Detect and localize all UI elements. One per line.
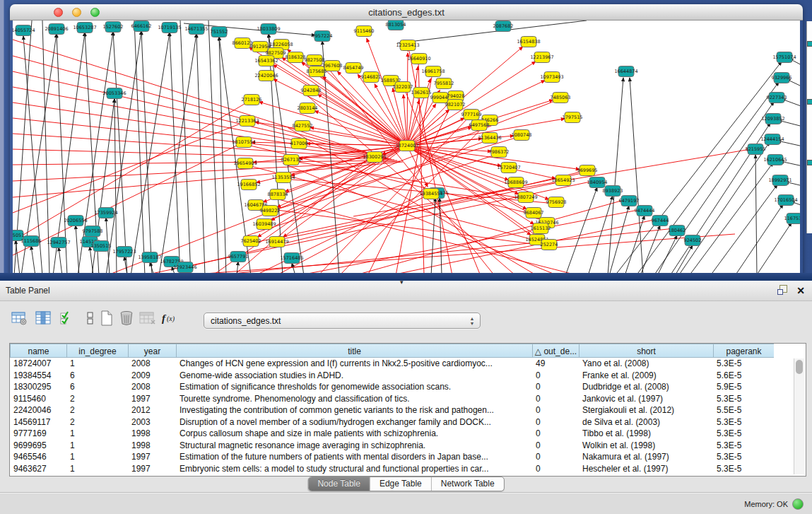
new-document-icon[interactable] [98,309,116,327]
cell-in_degree[interactable]: 2 [66,393,128,405]
cell-year[interactable]: 2003 [128,416,176,428]
table-panel-header[interactable]: ▾ Table Panel ✕ [0,281,812,301]
delete-icon[interactable] [117,309,136,327]
network-canvas[interactable]: 1405572420891406106532871527602646616210… [13,21,800,275]
cell-short[interactable]: Wolkin et al. (1998) [579,440,713,452]
window-titlebar[interactable]: citations_edges.txt [10,4,803,21]
table-row[interactable]: 1938455462009Genome-wide association stu… [10,370,806,382]
splitter-handle-icon[interactable]: ▾ [400,279,404,286]
cell-pagerank[interactable]: 5.3E-5 [713,393,774,405]
close-panel-icon[interactable]: ✕ [796,286,805,296]
cell-year[interactable]: 1997 [128,463,176,475]
cell-in_degree[interactable]: 6 [66,381,128,393]
cell-year[interactable]: 1998 [128,428,176,440]
cell-name[interactable]: 19384554 [10,370,66,382]
table-row[interactable]: 1456911722003Disruption of a novel membe… [10,416,806,428]
column-header-title[interactable]: title [176,344,532,358]
cell-pagerank[interactable]: 5.9E-5 [713,381,774,393]
cell-name[interactable]: 9463627 [10,463,66,475]
cell-in_degree[interactable]: 1 [66,463,128,475]
cell-title[interactable]: Changes of HCN gene expression and I(f) … [176,358,532,370]
cell-in_degree[interactable]: 1 [66,428,128,440]
cell-year[interactable]: 2008 [128,381,176,393]
cell-name[interactable]: 18300295 [10,381,66,393]
cell-pagerank[interactable]: 5.3E-5 [713,451,774,463]
table-row[interactable]: 2242004622012Investigating the contribut… [10,404,806,416]
cell-title[interactable]: Structural magnetic resonance image aver… [176,440,532,452]
table-row[interactable]: 1830029562008Estimation of significance … [10,381,806,393]
cell-pagerank[interactable]: 5.3E-5 [713,440,774,452]
scrollbar-thumb[interactable] [796,360,803,374]
cell-year[interactable]: 1997 [128,393,176,405]
cell-title[interactable]: Corpus callosum shape and size in male p… [176,428,532,440]
table-selector-dropdown[interactable]: citations_edges.txt ▲▼ [204,313,481,329]
cell-short[interactable]: Hescheler et al. (1997) [579,463,713,475]
cell-title[interactable]: Tourette syndrome. Phenomenology and cla… [176,393,532,405]
cell-out_degree[interactable]: 0 [532,428,579,440]
cell-pagerank[interactable]: 5.3E-5 [713,416,774,428]
network-view-window[interactable]: citations_edges.txt 14055724208914061065… [10,4,803,275]
cell-pagerank[interactable]: 5.6E-5 [713,370,774,382]
cell-pagerank[interactable]: 5.3E-5 [713,428,774,440]
cell-short[interactable]: Stergiakouli et al. (2012) [579,404,713,416]
cell-title[interactable]: Genome-wide association studies in ADHD. [176,370,532,382]
select-columns-icon[interactable] [58,309,76,327]
table-options-icon[interactable] [10,309,28,327]
cell-in_degree[interactable]: 6 [66,370,128,382]
cell-title[interactable]: Estimation of significance thresholds fo… [176,381,532,393]
table-row[interactable]: 977716911998Corpus callosum shape and si… [10,428,806,440]
cell-short[interactable]: Yano et al. (2008) [579,358,713,370]
column-header-pagerank[interactable]: pagerank [713,344,774,358]
cell-title[interactable]: Disruption of a novel member of a sodium… [176,416,532,428]
cell-name[interactable]: 9465546 [10,451,66,463]
cell-out_degree[interactable]: 0 [532,416,579,428]
cell-out_degree[interactable]: 0 [532,440,579,452]
cell-out_degree[interactable]: 0 [532,463,579,475]
cell-year[interactable]: 2009 [128,370,176,382]
cell-pagerank[interactable]: 5.5E-5 [713,404,774,416]
table-row[interactable]: 946554611997Estimation of the future num… [10,451,806,463]
cell-short[interactable]: Dudbridge et al. (2008) [579,381,713,393]
table-row[interactable]: 946362711997Embryonic stem cells: a mode… [10,463,806,475]
cell-year[interactable]: 1997 [128,451,176,463]
network-graph[interactable]: 1405572420891406106532871527602646616210… [13,21,800,275]
column-header-short[interactable]: short [579,344,713,358]
table-row[interactable]: 911546021997Tourette syndrome. Phenomeno… [10,393,806,405]
memory-status-icon[interactable] [792,498,804,510]
cell-pagerank[interactable]: 5.3E-5 [713,463,774,475]
cell-name[interactable]: 9777169 [10,428,66,440]
cell-title[interactable]: Embryonic stem cells: a model to study s… [176,463,532,475]
function-builder-icon[interactable]: f(x) [161,309,180,327]
cell-in_degree[interactable]: 2 [66,404,128,416]
column-header-year[interactable]: year [128,344,176,358]
table-row[interactable]: 1872400712008Changes of HCN gene express… [10,358,806,370]
cell-short[interactable]: Nakamura et al. (1997) [579,451,713,463]
cell-out_degree[interactable]: 0 [532,393,579,405]
cell-title[interactable]: Investigating the contribution of common… [176,404,532,416]
cell-in_degree[interactable]: 2 [66,416,128,428]
tab-node-table[interactable]: Node Table [308,477,370,491]
column-header-name[interactable]: name [10,344,66,358]
cell-title[interactable]: Estimation of the future numbers of pati… [176,451,532,463]
cell-in_degree[interactable]: 1 [66,358,128,370]
column-header-out_degree[interactable]: △ out_de... [532,344,579,358]
cell-out_degree[interactable]: 0 [532,451,579,463]
cell-short[interactable]: Jankovic et al. (1997) [579,393,713,405]
cell-short[interactable]: Tibbo et al. (1998) [579,428,713,440]
cell-out_degree[interactable]: 0 [532,381,579,393]
cell-short[interactable]: de Silva et al. (2003) [579,416,713,428]
cell-out_degree[interactable]: 49 [532,358,579,370]
column-header-in_degree[interactable]: in_degree [66,344,128,358]
cell-in_degree[interactable]: 1 [66,440,128,452]
cell-year[interactable]: 2008 [128,358,176,370]
cell-out_degree[interactable]: 0 [532,370,579,382]
vertical-scrollbar[interactable] [794,358,805,474]
tab-network-table[interactable]: Network Table [431,477,504,491]
cell-year[interactable]: 1998 [128,440,176,452]
cell-short[interactable]: Franke et al. (2009) [579,370,713,382]
cell-name[interactable]: 22420046 [10,404,66,416]
show-columns-icon[interactable] [34,309,52,327]
cell-year[interactable]: 2012 [128,404,176,416]
cell-name[interactable]: 9699695 [10,440,66,452]
float-panel-icon[interactable] [777,285,788,296]
